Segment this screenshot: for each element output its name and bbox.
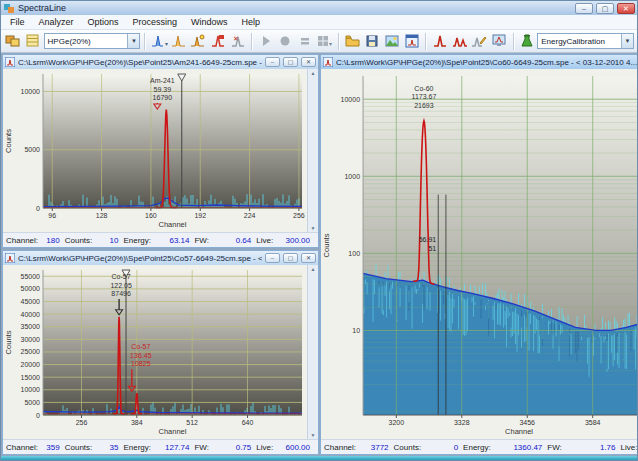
save-spectrum-icon[interactable] [363, 32, 382, 51]
window-bottom-edge [1, 456, 637, 460]
child-titlebar-am241[interactable]: C:\Lsrm\Work\GP\HPGe(20%)\Spe\Point25\Am… [3, 55, 318, 69]
spectrum-plot-am241[interactable]: 050001000096128160192224256ChannelCounts… [3, 69, 307, 232]
peak-monitor-icon[interactable] [490, 32, 509, 51]
svg-text:▾: ▾ [329, 41, 332, 47]
status-live-value: 300.00 [273, 236, 315, 245]
scroll-up-icon[interactable]: ▲ [311, 70, 316, 76]
status-fw-label: FW: [547, 443, 562, 452]
detector-select[interactable]: HPGe(20%)▼ [44, 33, 141, 49]
svg-text:45000: 45000 [21, 298, 41, 305]
menu-options[interactable]: Options [81, 17, 126, 27]
child-maximize-button[interactable] [283, 57, 298, 67]
new-chart-window-icon[interactable] [403, 32, 422, 51]
spectrum-window-co60: C:\Lsrm\Work\GP\HPGe(20%)\Spe\Point25\Co… [320, 54, 638, 455]
status-live-label: Live: [256, 443, 273, 452]
scroll-down-icon[interactable]: ▼ [311, 432, 316, 438]
close-button[interactable] [617, 3, 635, 14]
spectrum-plot-co60[interactable]: 1010010001000032003328345635843712Channe… [321, 69, 638, 439]
status-live-value: 600.00 [273, 443, 315, 452]
main-titlebar[interactable]: SpectraLine [1, 1, 637, 15]
export-image-icon[interactable] [383, 32, 402, 51]
status-bar-co57: Channel:359 Counts:35 Energy:127.74 FW:0… [3, 439, 318, 454]
child-close-button[interactable] [301, 57, 316, 67]
child-titlebar-co60[interactable]: C:\Lsrm\Work\GP\HPGe(20%)\Spe\Point25\Co… [321, 55, 638, 69]
spectrum-plot-co57[interactable]: 0500010000150002000025000300003500040000… [3, 265, 307, 439]
svg-text:1000: 1000 [344, 173, 360, 180]
open-spectrum-icon[interactable] [343, 32, 362, 51]
child-minimize-button[interactable] [265, 57, 280, 67]
peak-fit-icon[interactable] [169, 32, 188, 51]
svg-text:50000: 50000 [21, 285, 41, 292]
svg-text:10000: 10000 [21, 88, 41, 95]
window-title: C:\Lsrm\Work\GP\HPGe(20%)\Spe\Point25\Am… [18, 58, 262, 67]
svg-text:Channel: Channel [159, 427, 187, 436]
peak-clear-icon[interactable]: ✕ [229, 32, 248, 51]
maximize-button[interactable] [596, 3, 614, 14]
child-titlebar-co57[interactable]: C:\Lsrm\Work\GP\HPGe(20%)\Spe\Point25\Co… [3, 251, 318, 265]
chevron-down-icon[interactable]: ▼ [621, 34, 633, 48]
svg-text:59.39: 59.39 [154, 86, 172, 93]
spectra-cascade-icon[interactable] [4, 32, 23, 51]
svg-text:224: 224 [244, 212, 256, 219]
child-minimize-button[interactable] [265, 253, 280, 263]
svg-text:16790: 16790 [153, 94, 173, 101]
child-maximize-button[interactable] [283, 253, 298, 263]
spectra-table-icon[interactable] [24, 32, 43, 51]
peak-marker-icon[interactable] [430, 32, 449, 51]
acquire-pause-icon[interactable] [296, 32, 315, 51]
svg-text:5000: 5000 [24, 399, 40, 406]
window-title: C:\Lsrm\Work\GP\HPGe(20%)\Spe\Point25\Co… [18, 254, 262, 263]
acquire-record-icon[interactable] [276, 32, 295, 51]
spectrum-file-icon [323, 57, 333, 67]
svg-text:100: 100 [348, 250, 360, 257]
svg-text:256: 256 [76, 419, 88, 426]
spectrum-window-am241: C:\Lsrm\Work\GP\HPGe(20%)\Spe\Point25\Am… [2, 54, 319, 248]
status-fw-value: 0.75 [209, 443, 256, 452]
svg-text:3584: 3584 [585, 419, 601, 426]
scroll-down-icon[interactable]: ▼ [311, 225, 316, 231]
app-title: SpectraLine [18, 3, 66, 13]
status-fw-value: 1.76 [562, 443, 621, 452]
scroll-up-icon[interactable]: ▲ [311, 266, 316, 272]
svg-text:3456: 3456 [519, 419, 535, 426]
svg-text:0: 0 [36, 205, 40, 212]
menu-analyzer[interactable]: Analyzer [32, 17, 81, 27]
menu-windows[interactable]: Windows [184, 17, 235, 27]
svg-text:160: 160 [145, 212, 157, 219]
minimize-button[interactable] [575, 3, 593, 14]
menu-file[interactable]: File [3, 17, 32, 27]
status-counts-label: Counts: [65, 236, 93, 245]
menu-help[interactable]: Help [235, 17, 268, 27]
menu-processing[interactable]: Processing [126, 17, 185, 27]
calibration-icon[interactable] [517, 32, 536, 51]
chart-scrollbar[interactable]: ▲▼ [307, 265, 318, 439]
peak-double-icon[interactable] [450, 32, 469, 51]
peak-edit-icon[interactable] [470, 32, 489, 51]
toolbar: HPGe(20%)▼ ▾ ✕ ▾ EnergyCalibration▼ [1, 30, 637, 53]
child-close-button[interactable] [301, 253, 316, 263]
spectrum-window-co57: C:\Lsrm\Work\GP\HPGe(20%)\Spe\Point25\Co… [2, 250, 319, 455]
svg-text:Channel: Channel [505, 427, 533, 436]
status-channel-value: 3772 [356, 443, 394, 452]
svg-text:40000: 40000 [21, 311, 41, 318]
svg-text:96: 96 [48, 212, 56, 219]
svg-text:35000: 35000 [21, 323, 41, 330]
acquire-stop-icon[interactable]: ▾ [316, 32, 335, 51]
chevron-down-icon[interactable]: ▼ [127, 34, 139, 48]
peak-star-icon[interactable] [189, 32, 208, 51]
peak-search-icon[interactable]: ▾ [149, 32, 168, 51]
svg-text:0: 0 [36, 412, 40, 419]
peak-flag-icon[interactable] [209, 32, 228, 51]
svg-text:10000: 10000 [341, 96, 361, 103]
svg-text:10: 10 [352, 327, 360, 334]
acquire-start-icon[interactable] [256, 32, 275, 51]
toolbar-separator [251, 33, 252, 50]
calibration-select[interactable]: EnergyCalibration▼ [537, 33, 634, 49]
svg-text:51: 51 [428, 245, 436, 252]
toolbar-separator [513, 33, 514, 50]
svg-text:5000: 5000 [24, 146, 40, 153]
status-fw-value: 0.64 [209, 236, 256, 245]
svg-text:128: 128 [96, 212, 108, 219]
chart-scrollbar[interactable]: ▲▼ [307, 69, 318, 232]
status-energy-value: 127.74 [151, 443, 194, 452]
